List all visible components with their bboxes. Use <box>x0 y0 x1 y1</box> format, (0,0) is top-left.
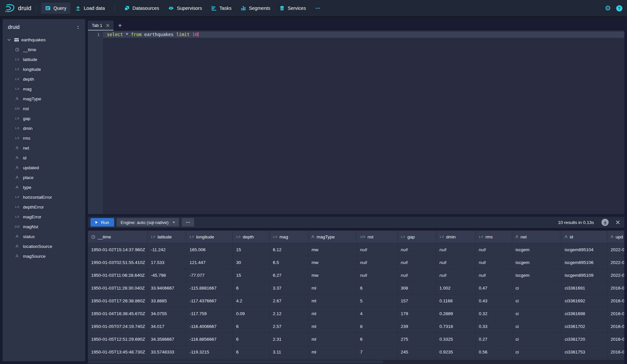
cell[interactable]: -115.8881667 <box>186 282 233 294</box>
cell[interactable]: 2016-0 <box>607 294 624 307</box>
cell[interactable]: 2022-0 <box>607 269 624 281</box>
close-results-button[interactable] <box>616 220 620 225</box>
download-results-button[interactable] <box>601 219 609 226</box>
druid-logo[interactable]: druid <box>5 4 31 13</box>
run-button[interactable]: Run <box>91 218 114 227</box>
nav-item-more-menu[interactable] <box>311 3 325 14</box>
cell[interactable]: 0.43 <box>475 294 512 307</box>
column-updated[interactable]: Aupdated <box>3 163 85 172</box>
column-magNst[interactable]: 123magNst <box>3 222 85 232</box>
cell[interactable]: ml <box>308 346 357 358</box>
nav-item-services[interactable]: Services <box>275 3 310 14</box>
column-id[interactable]: Aid <box>3 153 85 163</box>
cell[interactable]: ml <box>308 320 357 333</box>
cell[interactable]: null <box>357 269 397 281</box>
cell[interactable]: iscgem895106 <box>561 256 607 269</box>
nav-item-supervisors[interactable]: Supervisors <box>164 3 206 14</box>
cell[interactable]: ci3361702 <box>561 320 607 333</box>
column-header-latitude[interactable]: 1.0latitude <box>148 231 186 243</box>
cell[interactable]: 0.9235 <box>436 346 475 358</box>
cell[interactable]: null <box>475 269 512 281</box>
cell[interactable]: 1950-01-03T17:26:38.860Z <box>88 294 148 307</box>
cell[interactable]: iscgem895109 <box>561 269 607 281</box>
cell[interactable]: 308 <box>397 282 436 294</box>
cell[interactable]: 239 <box>397 320 436 333</box>
column-header-__time[interactable]: __time <box>88 231 148 243</box>
schema-selector[interactable]: druid <box>3 19 85 35</box>
cell[interactable]: ci3361698 <box>561 307 607 320</box>
column-type[interactable]: Atype <box>3 182 85 192</box>
add-tab-button[interactable]: + <box>114 21 126 30</box>
cell[interactable]: -117.759 <box>186 307 233 320</box>
column-header-depth[interactable]: 1.0depth <box>233 231 270 243</box>
cell[interactable]: -45.798 <box>148 269 186 281</box>
cell[interactable]: 2016-0 <box>607 282 624 294</box>
cell[interactable]: 4.2 <box>233 294 270 307</box>
cell[interactable]: 1950-01-03T02:51:55.410Z <box>88 256 148 269</box>
cell[interactable]: 1950-01-03T11:06:28.640Z <box>88 269 148 281</box>
datasource-earthquakes[interactable]: earthquakes <box>3 35 85 45</box>
cell[interactable]: null <box>397 256 436 269</box>
cell[interactable]: 2016-0 <box>607 333 624 345</box>
cell[interactable]: mw <box>308 243 357 256</box>
cell[interactable]: ci3361753 <box>561 346 607 358</box>
column-nst[interactable]: 123nst <box>3 104 85 113</box>
cell[interactable]: 6.27 <box>270 269 308 281</box>
cell[interactable]: 6 <box>357 282 397 294</box>
cell[interactable]: 6.12 <box>270 243 308 256</box>
cell[interactable]: 30 <box>233 256 270 269</box>
column-__time[interactable]: __time <box>3 45 85 54</box>
cell[interactable]: null <box>397 269 436 281</box>
cell[interactable]: null <box>357 256 397 269</box>
cell[interactable]: -77.077 <box>186 269 233 281</box>
cell[interactable]: 15 <box>233 243 270 256</box>
column-depthError[interactable]: 1.0depthError <box>3 202 85 212</box>
column-net[interactable]: Anet <box>3 143 85 153</box>
cell[interactable]: 3.11 <box>270 346 308 358</box>
cell[interactable]: 6 <box>233 282 270 294</box>
nav-item-datasources[interactable]: Datasources <box>120 3 163 14</box>
cell[interactable]: 0.7318 <box>436 320 475 333</box>
cell[interactable]: 8 <box>357 320 397 333</box>
column-header-id[interactable]: Aid <box>561 231 607 243</box>
cell[interactable]: 2022-0 <box>607 243 624 256</box>
cell[interactable]: ml <box>308 333 357 345</box>
cell[interactable]: ci <box>512 333 561 345</box>
cell[interactable]: 2.12 <box>270 307 308 320</box>
column-dmin[interactable]: 1.0dmin <box>3 123 85 133</box>
horizontal-scrollbar[interactable] <box>88 360 624 364</box>
cell[interactable]: 0.33 <box>475 320 512 333</box>
column-place[interactable]: Aplace <box>3 172 85 182</box>
tab-tab-1[interactable]: Tab 1 <box>88 21 113 30</box>
cell[interactable]: 0.1168 <box>436 294 475 307</box>
cell[interactable]: 3.37 <box>270 282 308 294</box>
cell[interactable]: ci <box>512 282 561 294</box>
cell[interactable]: 1950-01-05T13:45:48.730Z <box>88 346 148 358</box>
column-header-dmin[interactable]: 1.0dmin <box>436 231 475 243</box>
cell[interactable]: ml <box>308 282 357 294</box>
cell[interactable]: 0.27 <box>475 333 512 345</box>
cell[interactable]: ci3361720 <box>561 333 607 345</box>
engine-select-button[interactable]: Engine: auto (sql-native) <box>117 218 179 227</box>
nav-item-segments[interactable]: Segments <box>236 3 274 14</box>
cell[interactable]: 1950-01-03T11:26:30.040Z <box>88 282 148 294</box>
cell[interactable]: 0.56 <box>475 346 512 358</box>
cell[interactable]: 2016-0 <box>607 346 624 358</box>
cell[interactable]: -119.3215 <box>186 346 233 358</box>
scrollbar-thumb[interactable] <box>88 360 383 363</box>
cell[interactable]: iscgem <box>512 269 561 281</box>
cell[interactable]: 6 <box>233 333 270 345</box>
sql-code-area[interactable]: select * from earthquakes limit 10 <box>103 30 624 214</box>
cell[interactable]: mw <box>308 256 357 269</box>
cell[interactable]: 245 <box>397 346 436 358</box>
cell[interactable]: ci3361691 <box>561 282 607 294</box>
column-gap[interactable]: 1.0gap <box>3 113 85 123</box>
cell[interactable]: 33.8885 <box>148 294 186 307</box>
column-header-upd[interactable]: Aupd <box>607 231 624 243</box>
cell[interactable]: 33.5748333 <box>148 346 186 358</box>
column-header-gap[interactable]: 1.0gap <box>397 231 436 243</box>
cell[interactable]: null <box>475 243 512 256</box>
cell[interactable]: 2.57 <box>270 320 308 333</box>
cell[interactable]: 1950-01-04T16:38:45.670Z <box>88 307 148 320</box>
cell[interactable]: 0.32 <box>475 307 512 320</box>
